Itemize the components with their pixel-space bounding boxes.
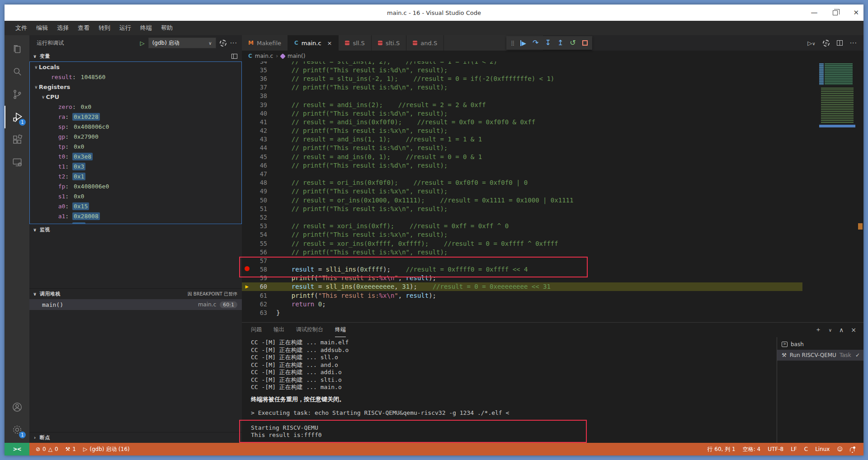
editor-gear-icon[interactable]	[823, 40, 830, 47]
terminal-list-item[interactable]: >bash	[777, 339, 863, 350]
collapse-all-icon[interactable]	[231, 54, 237, 59]
source-control-icon[interactable]	[5, 83, 29, 106]
extensions-icon[interactable]	[5, 128, 29, 151]
variable-row[interactable]: tp: 0x0	[30, 141, 241, 151]
panel-tab[interactable]: 调试控制台	[296, 323, 323, 337]
editor-tab[interactable]: sll.S	[339, 35, 371, 51]
code-line[interactable]: 59 printf("This result is:%x\n", result)…	[242, 274, 863, 282]
explorer-icon[interactable]	[5, 38, 29, 61]
stack-frame-row[interactable]: main() main.c 60:1	[29, 299, 242, 310]
code-line[interactable]: 47	[242, 169, 863, 178]
panel-tab[interactable]: 终端	[335, 323, 346, 337]
step-into-button[interactable]: ↧	[545, 39, 551, 47]
variable-row[interactable]: t2: 0x1	[30, 171, 241, 181]
variable-row[interactable]: a0: 0x15	[30, 201, 241, 211]
code-line[interactable]: 52	[242, 213, 863, 221]
terminal-list-item[interactable]: ⚒Run RISCV-QEMUTask✓	[777, 350, 863, 361]
code-line[interactable]: 39 // result = andi_ins(2); //result = 2…	[242, 100, 863, 109]
running-tasks-indicator[interactable]: ⚒ 1	[62, 446, 80, 452]
start-debug-icon[interactable]: ▷	[140, 40, 145, 47]
run-or-debug-icon[interactable]: ▷∨	[807, 40, 815, 47]
variables-tree[interactable]: ∨Locals result: 1048560 ∨Registers ∨CPU …	[29, 61, 242, 224]
minimize-button[interactable]: —	[811, 9, 817, 16]
terminal-output[interactable]: CC -[M] 正在构建 ... main.elfCC -[M] 正在构建 ..…	[242, 337, 777, 443]
variable-row[interactable]: a1: 0x28008	[30, 211, 241, 221]
menu-item[interactable]: 转到	[94, 22, 115, 34]
status-item[interactable]: Linux	[811, 446, 833, 452]
status-item[interactable]: C	[801, 446, 811, 452]
variable-row[interactable]: a2: 0x1	[30, 221, 241, 224]
code-line[interactable]: 34 // result = slt_ins(1, 2); //result =…	[242, 61, 863, 66]
breadcrumb-file[interactable]: main.c	[255, 53, 273, 59]
step-out-button[interactable]: ↥	[557, 39, 563, 47]
remote-indicator[interactable]: ><	[5, 443, 29, 455]
restore-button[interactable]	[833, 10, 838, 15]
close-icon[interactable]: ×	[327, 40, 332, 47]
variable-row[interactable]: result: 1048560	[30, 72, 241, 82]
code-line[interactable]: 50 // result = or_ins(0x1000, 0x1111); /…	[242, 196, 863, 204]
code-line[interactable]: 55 // result = xor_ins(0xffff, 0xffff); …	[242, 239, 863, 248]
code-line[interactable]: 53 // result = xori_ins(0xff); //result …	[242, 222, 863, 230]
continue-button[interactable]: ▶	[520, 40, 526, 46]
new-terminal-icon[interactable]: ＋	[815, 326, 821, 334]
debug-gear-icon[interactable]	[220, 40, 226, 47]
editor-tab[interactable]: and.S	[406, 35, 444, 51]
editor-tab[interactable]: Cmain.c×	[288, 35, 339, 51]
code-line[interactable]: 46 // printf("This result is:%d\n", resu…	[242, 161, 863, 169]
code-line[interactable]: 36 // result = sltu_ins(-2, 1); //result…	[242, 74, 863, 83]
code-line[interactable]: 35 // printf("This result is:%d\n", resu…	[242, 66, 863, 74]
code-line[interactable]: 51 // printf("This result is:%x\n", resu…	[242, 204, 863, 213]
call-stack-section-header[interactable]: ∨ 调用堆栈 因 BREAKPOINT 已暂停	[29, 288, 242, 299]
current-line-arrow-icon[interactable]: ▶	[242, 283, 252, 290]
code-line[interactable]: 45 // result = and_ins(0, 1); //result =…	[242, 152, 863, 161]
close-panel-icon[interactable]: ×	[851, 326, 856, 333]
minimap[interactable]	[818, 62, 857, 130]
status-item[interactable]: UTF-8	[764, 446, 787, 452]
editor-tab[interactable]: MMakefile	[242, 35, 288, 51]
code-line[interactable]: 49 // printf("This result is:%x\n", resu…	[242, 187, 863, 196]
code-line[interactable]: 54 // printf("This result is:%x\n", resu…	[242, 230, 863, 239]
code-line[interactable]: 41 // result = andi_ins(0xf0f0); //resul…	[242, 117, 863, 126]
breakpoint-icon[interactable]	[242, 266, 252, 272]
variable-row[interactable]: t1: 0x3	[30, 161, 241, 171]
menu-item[interactable]: 帮助	[156, 22, 177, 34]
panel-tab[interactable]: 问题	[251, 323, 262, 337]
variable-row[interactable]: s1: 0x0	[30, 191, 241, 201]
code-line[interactable]: 48 // result = ori_ins(0xf0f0); //result…	[242, 178, 863, 187]
code-line[interactable]: 56 // printf("This result is:%x\n", resu…	[242, 248, 863, 256]
breadcrumb[interactable]: C main.c › main()	[242, 51, 863, 61]
menu-item[interactable]: 运行	[115, 22, 136, 34]
settings-gear-icon[interactable]: 1	[5, 418, 29, 441]
variable-row[interactable]: sp: 0x408006c0	[30, 122, 241, 131]
step-over-button[interactable]: ↷	[533, 39, 538, 47]
restart-button[interactable]: ↺	[570, 39, 576, 47]
editor-tab[interactable]: slti.S	[372, 35, 406, 51]
code-editor[interactable]: 34 // result = slt_ins(1, 2); //result =…	[242, 61, 863, 322]
code-line[interactable]: 42 // printf("This result is:%x\n", resu…	[242, 127, 863, 135]
problems-indicator[interactable]: ⊘ 0 △ 0	[32, 446, 62, 452]
status-item[interactable]: 空格: 4	[739, 446, 764, 453]
status-item[interactable]: 行 60, 列 1	[704, 446, 739, 453]
breadcrumb-symbol[interactable]: main()	[288, 53, 305, 59]
status-item[interactable]: LF	[787, 446, 801, 452]
terminal-dropdown-icon[interactable]: ∨	[829, 328, 832, 333]
code-line[interactable]: ▶60 result = sll_ins(0xeeeeeeee, 31); //…	[242, 282, 863, 291]
menu-item[interactable]: 终端	[136, 22, 156, 34]
variable-row[interactable]: t0: 0x3e8	[30, 151, 241, 161]
editor-more-icon[interactable]: ···	[850, 39, 857, 47]
more-actions-icon[interactable]: ···	[230, 39, 237, 47]
close-button[interactable]: ✕	[853, 9, 859, 16]
variables-scope-row[interactable]: ∨CPU	[30, 92, 241, 102]
remote-explorer-icon[interactable]	[5, 151, 29, 174]
feedback-icon[interactable]: ☺	[833, 446, 846, 452]
variable-row[interactable]: fp: 0x408006e0	[30, 181, 241, 191]
notifications-bell-icon[interactable]	[846, 447, 859, 451]
menu-item[interactable]: 查看	[73, 22, 94, 34]
variables-section-header[interactable]: ∨ 变量	[29, 51, 242, 61]
debug-session-indicator[interactable]: ▷ (gdb) 启动 (16)	[80, 446, 133, 453]
code-line[interactable]: 40 // printf("This result is:%d\n", resu…	[242, 109, 863, 117]
debug-config-select[interactable]: (gdb) 启动 ∨	[148, 38, 216, 48]
menu-item[interactable]: 编辑	[32, 22, 52, 34]
menu-item[interactable]: 选择	[52, 22, 73, 34]
code-line[interactable]: 63}	[242, 308, 863, 317]
